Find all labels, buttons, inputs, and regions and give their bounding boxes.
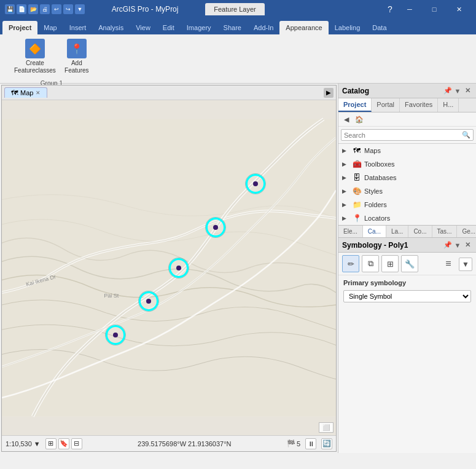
pause-btn[interactable]: ⏸ [305,438,316,449]
sym-btn-draw[interactable]: ✏ [342,255,359,272]
map-point-3[interactable] [169,258,189,278]
sym-arrow-btn[interactable]: ▼ [459,258,472,271]
tab-map[interactable]: Map [37,21,63,34]
bottom-tab-co[interactable]: Co... [408,226,432,237]
catalog-search-container: 🔍 [341,129,474,141]
map-tab-close[interactable]: ✕ [36,90,41,96]
tab-view[interactable]: View [130,21,157,34]
bookmarks-btn[interactable]: 🔖 [58,438,69,449]
tree-item-locators[interactable]: ▶ 📍 Locators [338,211,476,225]
tree-label-maps: Maps [364,147,381,154]
bottom-tab-ele[interactable]: Ele... [338,226,363,237]
add-features-label: AddFeatures [64,60,88,74]
tree-arrow-locators: ▶ [342,215,349,221]
catalog-close-btn[interactable]: ✕ [462,86,472,96]
databases-icon: 🗄 [352,173,362,183]
tab-appearance[interactable]: Appearance [279,21,328,34]
grid-btn[interactable]: ⊟ [71,438,82,449]
catalog-nav: ◀ 🏠 [338,112,476,127]
tree-item-databases[interactable]: ▶ 🗄 Databases [338,171,476,184]
toolboxes-icon: 🧰 [352,159,362,169]
ribbon-content: 🔶 CreateFeatureclasses 📍 AddFeatures Gro… [0,34,476,84]
tree-item-toolboxes[interactable]: ▶ 🧰 Toolboxes [338,157,476,171]
bottom-tab-ca[interactable]: Ca... [363,226,386,237]
catalog-search-input[interactable] [344,132,462,139]
symbology-close-btn[interactable]: ✕ [462,240,472,250]
map-scroll-arrow[interactable]: ▶ [324,88,334,98]
add-features-button[interactable]: 📍 AddFeatures [61,37,92,76]
bottom-tab-tas[interactable]: Tas... [432,226,458,237]
map-point-2[interactable] [206,218,225,237]
create-featureclasses-icon: 🔶 [25,39,45,58]
tab-addin[interactable]: Add-In [248,21,279,34]
tab-imagery[interactable]: Imagery [181,21,217,34]
locators-icon: 📍 [352,213,362,223]
app-title: ArcGIS Pro - MyProj [87,5,203,14]
minimize-button[interactable]: ─ [397,0,422,18]
create-featureclasses-button[interactable]: 🔶 CreateFeatureclasses [11,37,59,76]
symbology-toolbar: ✏ ⧉ ⊞ 🔧 ≡ ▼ [338,253,476,275]
window-controls: ─ □ ✕ [397,0,471,18]
tab-edit[interactable]: Edit [157,21,181,34]
primary-symbology-label: Primary symbology [338,275,476,288]
zoom-to-layer-btn[interactable]: ⊞ [45,438,57,449]
help-icon[interactable]: ? [385,4,395,14]
maps-icon: 🗺 [352,146,362,156]
scale-dropdown-arrow[interactable]: ▼ [34,440,41,447]
scale-selector[interactable]: 1:10,530 ▼ [6,440,41,447]
symbology-panel: Symbology - Poly1 📌 ▼ ✕ ✏ ⧉ ⊞ 🔧 ≡ ▼ Prim… [338,238,476,453]
map-canvas[interactable]: Kai Ikena Dr Pai St Papalina Rd ⬜ [2,100,336,435]
catalog-back-btn[interactable]: ◀ [341,114,352,125]
feature-layer-tab[interactable]: Feature Layer [205,3,264,15]
tab-share[interactable]: Share [217,21,248,34]
quick-access-save[interactable]: 💾 [5,4,15,14]
tree-item-maps[interactable]: ▶ 🗺 Maps [338,144,476,157]
catalog-tab-project[interactable]: Project [338,98,372,112]
quick-access-redo[interactable]: ↪ [63,4,73,14]
scale-bar-overlay[interactable]: ⬜ [319,422,334,433]
catalog-tab-favorites[interactable]: Favorites [400,98,438,112]
status-bar: 1:10,530 ▼ ⊞ 🔖 ⊟ 239.5175698°W 21.913603… [2,435,336,451]
symbology-pin-btn[interactable]: 📌 [443,240,453,250]
tab-insert[interactable]: Insert [63,21,93,34]
map-point-1[interactable] [246,174,265,194]
symbology-menu-btn[interactable]: ▼ [453,240,462,250]
bottom-tab-ge[interactable]: Ge... [457,226,476,237]
catalog-menu-btn[interactable]: ▼ [453,86,462,96]
ribbon-group-1: 🔶 CreateFeatureclasses 📍 AddFeatures Gro… [5,37,98,81]
sym-more-btn[interactable]: ≡ [442,257,455,270]
sym-btn-edit[interactable]: 🔧 [401,255,418,272]
tree-item-styles[interactable]: ▶ 🎨 Styles [338,184,476,198]
catalog-tab-h[interactable]: H... [438,98,459,112]
tree-item-folders[interactable]: ▶ 📁 Folders [338,198,476,211]
catalog-pin-btn[interactable]: 📌 [443,86,453,96]
sym-btn-layer[interactable]: ⧉ [362,255,379,272]
quick-access-new[interactable]: 📄 [17,4,26,14]
quick-access-customize[interactable]: ▼ [75,4,85,14]
tab-analysis[interactable]: Analysis [92,21,130,34]
right-panel: Catalog 📌 ▼ ✕ Project Portal Favorites H… [338,84,476,453]
quick-access-open[interactable]: 📂 [28,4,38,14]
refresh-btn[interactable]: 🔄 [321,438,332,449]
quick-access-print[interactable]: 🖨 [40,4,50,14]
sym-btn-grid[interactable]: ⊞ [381,255,399,272]
maximize-button[interactable]: □ [422,0,447,18]
map-point-4[interactable] [139,291,158,311]
tree-arrow-databases: ▶ [342,175,349,181]
tree-label-locators: Locators [364,215,390,222]
single-symbol-select[interactable]: Single Symbol [343,290,471,302]
tab-project[interactable]: Project [2,21,37,34]
map-point-5[interactable] [106,325,125,345]
tree-arrow-maps: ▶ [342,148,349,154]
catalog-tab-portal[interactable]: Portal [372,98,400,112]
tree-label-toolboxes: Toolboxes [364,160,395,168]
tab-data[interactable]: Data [366,21,392,34]
svg-text:Pai St: Pai St [104,293,119,299]
close-button[interactable]: ✕ [447,0,471,18]
catalog-home-btn[interactable]: 🏠 [354,114,365,125]
bottom-tab-la[interactable]: La... [386,226,408,237]
quick-access-undo[interactable]: ↩ [52,4,61,14]
create-featureclasses-label: CreateFeatureclasses [14,60,56,74]
map-tab[interactable]: 🗺 Map ✕ [4,87,47,98]
tab-labeling[interactable]: Labeling [329,21,367,34]
